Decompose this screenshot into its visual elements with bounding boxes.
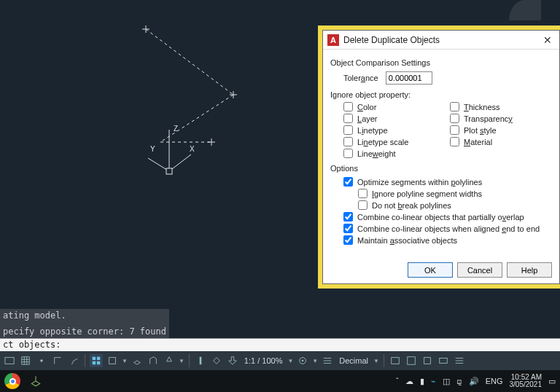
dyninput-toggle[interactable] bbox=[163, 354, 176, 367]
help-button[interactable]: Help bbox=[507, 262, 552, 278]
chk-layer[interactable]: Layer bbox=[343, 114, 446, 123]
autocad-logo-icon: A bbox=[327, 34, 339, 46]
options-section-header: Options bbox=[330, 164, 552, 173]
system-tray: ˆ ☁ ▮ ⌁ ◫ ⚼ 🔊 ENG 10:52 AM 3/05/2021 ▭ bbox=[396, 374, 556, 389]
svg-rect-16 bbox=[392, 358, 400, 364]
lineweight-toggle[interactable] bbox=[194, 354, 207, 367]
dyninput-dropdown[interactable]: ▼ bbox=[179, 358, 184, 364]
cmd-line-1: ating model. bbox=[3, 310, 166, 321]
osnap-dropdown[interactable]: ▼ bbox=[122, 358, 128, 364]
svg-rect-6 bbox=[166, 168, 172, 174]
command-history: ating model. pecify opposite corner: 7 f… bbox=[0, 309, 169, 339]
app-icon[interactable] bbox=[28, 373, 44, 389]
ucs-z-label: Z bbox=[174, 125, 178, 133]
anno-scale[interactable]: 1:1 / 100% bbox=[242, 356, 285, 365]
wifi-icon[interactable]: ⚼ bbox=[456, 377, 462, 386]
battery-icon[interactable]: ▮ bbox=[420, 377, 424, 386]
cmd-line-2: pecify opposite corner: 7 found bbox=[3, 326, 166, 337]
svg-point-8 bbox=[40, 359, 43, 362]
close-button[interactable]: ✕ bbox=[540, 34, 555, 46]
chk-transparency[interactable]: Transparency bbox=[450, 114, 552, 123]
language-indicator[interactable]: ENG bbox=[486, 377, 503, 385]
osnap-toggle[interactable] bbox=[106, 354, 119, 367]
compare-section-header: Object Comparison Settings bbox=[330, 58, 552, 67]
chk-plotstyle[interactable]: Plot style bbox=[450, 125, 552, 135]
chk-thickness[interactable]: Thickness bbox=[450, 102, 552, 111]
customize-icon[interactable] bbox=[453, 354, 466, 367]
windows-taskbar: ˆ ☁ ▮ ⌁ ◫ ⚼ 🔊 ENG 10:52 AM 3/05/2021 ▭ bbox=[0, 370, 560, 392]
chk-linetypescale[interactable]: Linetype scale bbox=[343, 137, 446, 146]
svg-rect-17 bbox=[408, 357, 416, 365]
ucs-x-label: X bbox=[190, 145, 195, 153]
chk-lineweight[interactable]: Lineweight bbox=[343, 149, 446, 158]
taskbar-clock[interactable]: 10:52 AM 3/05/2021 bbox=[510, 374, 542, 389]
chk-optimize-segments[interactable]: Optimize segments within polylines bbox=[343, 177, 552, 187]
annomonitor-icon[interactable] bbox=[296, 354, 309, 367]
chrome-icon[interactable] bbox=[4, 373, 20, 389]
svg-rect-9 bbox=[93, 357, 96, 360]
network-icon[interactable]: ◫ bbox=[443, 377, 450, 386]
dialog-titlebar[interactable]: A Delete Duplicate Objects ✕ bbox=[323, 31, 559, 50]
grid-toggle[interactable] bbox=[19, 354, 32, 367]
segment-1 bbox=[146, 29, 233, 95]
chk-combine-overlap[interactable]: Combine co-linear objects that partially… bbox=[343, 212, 552, 222]
view-cube[interactable] bbox=[509, 0, 541, 20]
dialog-highlight: A Delete Duplicate Objects ✕ Object Comp… bbox=[318, 26, 560, 289]
chk-ignore-widths[interactable]: Ignore polyline segment widths bbox=[358, 189, 552, 198]
isolate-icon[interactable] bbox=[421, 354, 434, 367]
transparency-toggle[interactable] bbox=[210, 354, 223, 367]
tray-expand-icon[interactable]: ˆ bbox=[396, 377, 399, 385]
status-bar: ▼ ▼ 1:1 / 100% ▼ ▼ Decimal ▼ bbox=[0, 351, 560, 370]
3dosnap-toggle[interactable] bbox=[131, 354, 144, 367]
bluetooth-icon[interactable]: ⌁ bbox=[431, 377, 436, 386]
svg-rect-11 bbox=[93, 361, 96, 364]
ok-button[interactable]: OK bbox=[408, 262, 453, 278]
cancel-button[interactable]: Cancel bbox=[457, 262, 502, 278]
command-input[interactable]: ct objects: bbox=[0, 338, 560, 351]
polar-toggle[interactable] bbox=[67, 354, 80, 367]
tolerance-label: Tolerance bbox=[343, 74, 378, 82]
svg-rect-7 bbox=[5, 358, 14, 364]
ortho-toggle[interactable] bbox=[51, 354, 64, 367]
sound-icon[interactable]: 🔊 bbox=[469, 377, 479, 386]
cleanscreen-icon[interactable] bbox=[437, 354, 450, 367]
svg-rect-18 bbox=[424, 358, 431, 364]
chk-material[interactable]: Material bbox=[450, 137, 552, 146]
model-paper-toggle[interactable] bbox=[3, 354, 16, 367]
snap-toggle[interactable] bbox=[35, 354, 48, 367]
units-display[interactable]: Decimal bbox=[337, 356, 370, 365]
action-center-icon[interactable]: ▭ bbox=[548, 377, 556, 386]
dynucs-toggle[interactable] bbox=[147, 354, 160, 367]
onedrive-icon[interactable]: ☁ bbox=[405, 377, 413, 386]
drawing-vectors: X Y Z bbox=[0, 0, 314, 277]
ucs-y-label: Y bbox=[150, 145, 155, 153]
taskbar-date: 3/05/2021 bbox=[510, 381, 542, 389]
svg-rect-19 bbox=[440, 358, 448, 364]
chk-linetype[interactable]: Linetype bbox=[343, 125, 446, 135]
segment-2 bbox=[160, 95, 233, 142]
chk-combine-end[interactable]: Combine co-linear objects when aligned e… bbox=[343, 224, 552, 233]
units-dropdown[interactable]: ▼ bbox=[373, 358, 379, 364]
hardware-accel-icon[interactable] bbox=[405, 354, 418, 367]
quickprops-icon[interactable] bbox=[389, 354, 402, 367]
chk-color[interactable]: Color bbox=[343, 102, 446, 111]
tolerance-input[interactable] bbox=[386, 71, 432, 85]
dialog-title: Delete Duplicate Objects bbox=[343, 35, 440, 45]
cycling-toggle[interactable] bbox=[226, 354, 239, 367]
chk-no-break[interactable]: Do not break polylines bbox=[358, 200, 552, 210]
isoplane-toggle[interactable] bbox=[90, 354, 103, 367]
ignore-header: Ignore object property: bbox=[330, 90, 552, 99]
delete-duplicate-dialog: A Delete Duplicate Objects ✕ Object Comp… bbox=[322, 30, 560, 284]
chk-maintain-assoc[interactable]: Maintain associative objects bbox=[343, 235, 552, 245]
workspace-icon[interactable] bbox=[321, 354, 334, 367]
svg-rect-10 bbox=[97, 357, 100, 360]
anno-scale-dropdown[interactable]: ▼ bbox=[287, 358, 293, 364]
svg-rect-13 bbox=[109, 358, 116, 364]
svg-point-15 bbox=[302, 360, 304, 362]
svg-rect-12 bbox=[97, 361, 100, 364]
